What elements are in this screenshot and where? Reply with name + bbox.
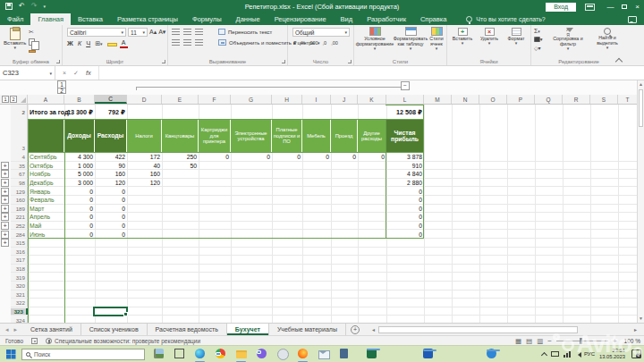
scroll-right-icon[interactable]: ▸ bbox=[632, 326, 639, 333]
row-header[interactable]: 221 bbox=[11, 214, 28, 220]
collapse-group-button[interactable]: − bbox=[401, 81, 410, 90]
zoom-slider-thumb[interactable] bbox=[580, 338, 582, 344]
bold-button[interactable]: Ж bbox=[67, 39, 73, 47]
column-header[interactable]: O bbox=[479, 95, 507, 104]
row-header[interactable]: 67 bbox=[11, 171, 28, 177]
cell[interactable]: 160 bbox=[95, 171, 127, 177]
sheet-tab[interactable]: Список учеников bbox=[81, 324, 148, 335]
cell-month[interactable]: Февраль bbox=[28, 197, 64, 203]
row-header[interactable]: 252 bbox=[11, 223, 28, 229]
cell[interactable]: 5 000 bbox=[64, 171, 95, 177]
cell[interactable]: 1 000 bbox=[64, 163, 95, 169]
row-header[interactable]: 284 bbox=[11, 232, 28, 238]
cell[interactable]: 0 bbox=[64, 214, 95, 220]
ribbon-tab[interactable]: Главная bbox=[30, 13, 71, 25]
cell-category[interactable]: Другие расходы bbox=[358, 119, 386, 153]
column-header[interactable]: L bbox=[386, 95, 424, 104]
italic-button[interactable]: К bbox=[78, 39, 81, 47]
row-header[interactable]: 323 bbox=[11, 308, 28, 315]
cell-month[interactable]: Ноябрь bbox=[28, 171, 64, 177]
cell[interactable]: 0 bbox=[386, 197, 424, 203]
percent-format-icon[interactable]: % bbox=[301, 40, 306, 46]
align-middle-icon[interactable] bbox=[183, 29, 191, 35]
cell-category[interactable]: Канцтовары bbox=[162, 119, 199, 153]
cell[interactable]: 0 bbox=[95, 214, 127, 220]
row-header[interactable]: 160 bbox=[11, 197, 28, 203]
page-break-view-icon[interactable]: ▥ bbox=[537, 337, 543, 345]
name-box[interactable]: C323 ▾ bbox=[0, 66, 55, 80]
align-bottom-icon[interactable] bbox=[195, 29, 203, 35]
widgets-icon[interactable] bbox=[152, 347, 165, 361]
shrink-font-icon[interactable]: А▾ bbox=[158, 29, 165, 36]
delete-cells-button[interactable]: × Удалить ▾ bbox=[476, 28, 503, 45]
column-header[interactable]: S bbox=[590, 95, 618, 104]
ribbon-tab[interactable]: Файл bbox=[0, 13, 30, 25]
increase-decimal-icon[interactable]: ,0 bbox=[323, 40, 327, 46]
cell[interactable]: 0 bbox=[64, 232, 95, 238]
ribbon-tab[interactable]: Вид bbox=[334, 13, 360, 25]
cell[interactable]: 0 bbox=[64, 189, 95, 195]
ribbon-tab[interactable]: Разметка страницы bbox=[110, 13, 185, 25]
cell[interactable]: 172 bbox=[127, 154, 162, 160]
cell-category[interactable]: Мебель bbox=[302, 119, 331, 153]
expand-group-button[interactable] bbox=[1, 239, 9, 247]
row-header[interactable]: 318 bbox=[11, 265, 28, 272]
cell-month[interactable]: Сентябрь bbox=[28, 154, 64, 160]
volume-icon[interactable] bbox=[575, 351, 580, 357]
expand-group-button[interactable] bbox=[1, 205, 9, 213]
cell-month[interactable]: Май bbox=[28, 223, 64, 229]
row-header[interactable]: 322 bbox=[11, 299, 28, 306]
row-header[interactable]: 35 bbox=[11, 163, 28, 169]
vertical-scroll-thumb[interactable] bbox=[639, 89, 643, 127]
column-header[interactable]: J bbox=[331, 95, 358, 104]
normal-view-icon[interactable]: ▦ bbox=[515, 337, 521, 345]
select-all-corner[interactable]: 1 2 bbox=[0, 95, 28, 104]
cell[interactable]: 2 880 bbox=[386, 180, 424, 186]
clock[interactable]: 23:51 13.05.2023 bbox=[599, 348, 625, 360]
column-outline-level-2[interactable]: 2 bbox=[57, 88, 66, 94]
cell[interactable]: 0 bbox=[64, 197, 95, 203]
cell-category[interactable]: Доходы bbox=[64, 119, 95, 153]
column-header[interactable]: R bbox=[563, 95, 590, 104]
sheet-tab[interactable]: Расчетная ведомость bbox=[148, 324, 227, 335]
clear-icon[interactable]: ◇▾ bbox=[534, 45, 543, 51]
firefox-icon[interactable] bbox=[296, 347, 309, 361]
prev-sheet-icon[interactable]: ◂ bbox=[5, 326, 9, 333]
page-layout-view-icon[interactable]: ▤ bbox=[526, 337, 532, 345]
cell-total-income[interactable]: 13 300 ₽ bbox=[64, 108, 95, 116]
cell-category[interactable]: Платные подписки и ПО bbox=[272, 119, 302, 153]
column-header[interactable]: F bbox=[199, 95, 231, 104]
undo-icon[interactable]: ↶ bbox=[19, 2, 25, 11]
expand-group-button[interactable] bbox=[1, 196, 9, 204]
cell[interactable]: 0 bbox=[302, 154, 331, 160]
insert-function-icon[interactable]: fx bbox=[86, 69, 91, 77]
find-select-button[interactable]: Найти и выделить ▾ bbox=[590, 28, 624, 49]
collapse-ribbon-icon[interactable] bbox=[615, 58, 623, 63]
language-indicator[interactable]: РУС bbox=[584, 351, 595, 357]
cell-month[interactable]: Январь bbox=[28, 189, 64, 195]
row-header[interactable]: 2 bbox=[11, 109, 28, 115]
ribbon-tab[interactable]: Вставка bbox=[71, 13, 110, 25]
column-header[interactable]: E bbox=[162, 95, 199, 104]
fill-color-icon[interactable] bbox=[107, 40, 115, 46]
cell-month[interactable]: Декабрь bbox=[28, 180, 64, 186]
ribbon-tab[interactable]: Рецензирование bbox=[267, 13, 334, 25]
align-left-icon[interactable] bbox=[172, 39, 180, 46]
dialog-launcher-icon[interactable] bbox=[162, 60, 165, 63]
cell[interactable]: 0 bbox=[95, 197, 127, 203]
fill-icon[interactable]: ⬛▾ bbox=[534, 37, 543, 42]
dialog-launcher-icon[interactable] bbox=[56, 60, 60, 63]
column-header[interactable]: I bbox=[302, 95, 331, 104]
column-header-selected[interactable]: C bbox=[95, 95, 127, 104]
column-header[interactable]: Q bbox=[535, 95, 563, 104]
column-header[interactable]: T bbox=[618, 95, 637, 104]
cell-category[interactable]: Электронные устройства bbox=[231, 119, 272, 153]
autosum-icon[interactable]: Σ▾ bbox=[534, 28, 543, 34]
column-header[interactable]: K bbox=[358, 95, 386, 104]
excel-icon[interactable] bbox=[365, 347, 378, 361]
comments-icon[interactable] bbox=[628, 16, 637, 23]
align-center-icon[interactable] bbox=[183, 39, 191, 46]
row-header[interactable]: 315 bbox=[11, 240, 28, 246]
cell-total-label[interactable]: Итого за год: bbox=[28, 108, 64, 116]
ribbon-tab[interactable]: Формулы bbox=[185, 13, 229, 25]
